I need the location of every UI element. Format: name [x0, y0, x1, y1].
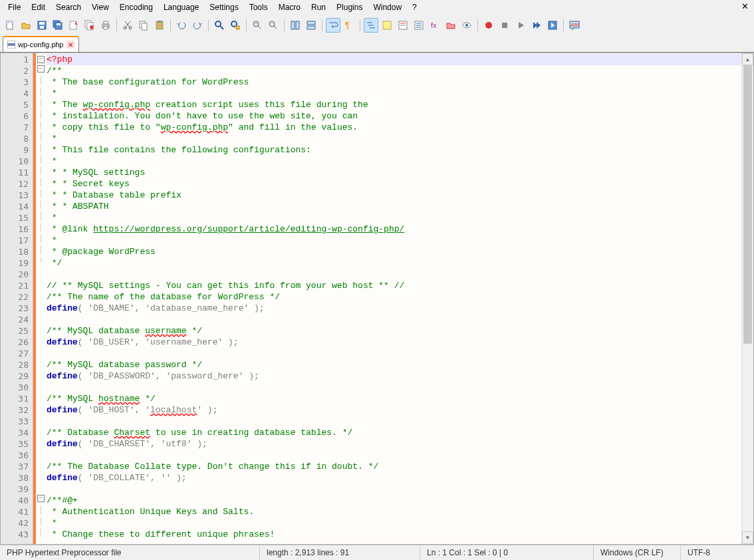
svg-rect-4 [40, 26, 44, 29]
svg-text:ABC: ABC [570, 22, 580, 28]
function-list-icon[interactable]: fx [428, 18, 442, 33]
menu-language[interactable]: Language [158, 1, 204, 13]
play-multi-icon[interactable] [529, 18, 544, 33]
svg-point-50 [485, 22, 492, 29]
toolbar-separator [284, 19, 285, 31]
undo-icon[interactable] [174, 18, 189, 33]
svg-rect-56 [7, 43, 15, 46]
folder-workspace-icon[interactable] [443, 18, 458, 33]
save-all-icon[interactable] [51, 18, 65, 33]
menu-plugins[interactable]: Plugins [331, 1, 368, 13]
status-bar: PHP Hypertext Preprocessor file length :… [0, 545, 754, 560]
redo-icon[interactable] [190, 18, 205, 33]
svg-rect-18 [142, 23, 147, 30]
save-icon[interactable] [35, 18, 49, 33]
svg-line-29 [274, 26, 277, 29]
doc-list-icon[interactable] [412, 18, 426, 33]
svg-rect-32 [296, 21, 299, 29]
menu-search[interactable]: Search [51, 1, 86, 13]
cut-icon[interactable] [120, 18, 135, 33]
menu-settings[interactable]: Settings [204, 1, 243, 13]
svg-rect-7 [57, 23, 61, 25]
svg-point-11 [90, 25, 94, 29]
svg-line-26 [258, 26, 261, 29]
svg-rect-39 [383, 21, 391, 29]
tab-label: wp-config.php [18, 41, 64, 49]
paste-icon[interactable] [152, 18, 167, 33]
copy-icon[interactable] [136, 18, 151, 33]
status-filetype: PHP Hypertext Preprocessor file [0, 545, 260, 560]
toolbar-separator [563, 19, 564, 31]
svg-rect-24 [236, 26, 239, 29]
menu-file[interactable]: File [3, 1, 26, 13]
replace-icon[interactable] [228, 18, 243, 33]
svg-line-22 [220, 26, 223, 29]
toolbar-separator [477, 19, 478, 31]
udl-icon[interactable] [380, 18, 394, 33]
toolbar-separator [208, 19, 209, 31]
play-macro-icon[interactable] [513, 18, 528, 33]
toolbar-separator [170, 19, 171, 31]
line-number-gutter: 1234567891011121314151617181920212223242… [1, 53, 33, 544]
menu-run[interactable]: Run [306, 1, 331, 13]
svg-text:¶: ¶ [345, 21, 349, 30]
svg-rect-51 [502, 23, 507, 28]
toolbar-separator [246, 19, 247, 31]
print-icon[interactable] [98, 18, 113, 33]
sync-h-icon[interactable] [304, 18, 318, 33]
wordwrap-icon[interactable] [326, 18, 340, 33]
svg-rect-33 [307, 21, 315, 25]
menubar: FileEditSearchViewEncodingLanguageSettin… [0, 0, 754, 15]
code-area[interactable]: <?php/** * The base configuration for Wo… [45, 53, 741, 544]
menu-view[interactable]: View [86, 1, 114, 13]
svg-rect-14 [104, 27, 108, 29]
toolbar-separator [322, 19, 322, 31]
status-eol[interactable]: Windows (CR LF) [594, 545, 681, 560]
toolbar-separator [360, 19, 360, 31]
status-encoding[interactable]: UTF-8 [681, 545, 754, 560]
close-file-icon[interactable] [66, 18, 81, 33]
indent-guide-icon[interactable] [364, 18, 378, 33]
toolbar-separator [116, 19, 117, 31]
close-all-icon[interactable] [82, 18, 97, 33]
svg-rect-13 [104, 21, 108, 24]
menu-encoding[interactable]: Encoding [114, 1, 158, 13]
svg-rect-31 [291, 21, 295, 29]
svg-point-21 [215, 21, 221, 27]
stop-macro-icon[interactable] [497, 18, 512, 33]
spellcheck-icon[interactable]: ABC [567, 18, 582, 33]
open-file-icon[interactable] [19, 18, 33, 33]
svg-text:−: − [271, 21, 273, 26]
scroll-thumb[interactable] [743, 65, 752, 344]
menu-help[interactable]: ? [407, 1, 422, 13]
vertical-scrollbar[interactable]: ▲ ▼ [741, 53, 753, 544]
tab-bar: wp-config.php ✕ [0, 36, 754, 53]
zoom-in-icon[interactable]: + [250, 18, 265, 33]
svg-point-49 [465, 24, 468, 27]
monitor-icon[interactable] [459, 18, 474, 33]
fold-column[interactable]: −−││││││││││││││││└ −│││ [36, 53, 45, 544]
close-icon[interactable]: ✕ [741, 1, 749, 11]
tab-wp-config[interactable]: wp-config.php ✕ [3, 36, 79, 52]
zoom-out-icon[interactable]: − [266, 18, 281, 33]
find-icon[interactable] [212, 18, 227, 33]
menu-edit[interactable]: Edit [26, 1, 51, 13]
status-length: length : 2,913 lines : 91 [260, 545, 420, 560]
record-macro-icon[interactable] [481, 18, 496, 33]
save-macro-icon[interactable] [545, 18, 560, 33]
doc-map-icon[interactable] [396, 18, 410, 33]
new-file-icon[interactable] [3, 18, 17, 33]
editor[interactable]: 1234567891011121314151617181920212223242… [0, 53, 754, 545]
show-all-chars-icon[interactable]: ¶ [342, 18, 356, 33]
status-position: Ln : 1 Col : 1 Sel : 0 | 0 [420, 545, 594, 560]
svg-rect-20 [158, 21, 162, 23]
menu-window[interactable]: Window [368, 1, 407, 13]
svg-text:+: + [255, 21, 257, 26]
sync-v-icon[interactable] [288, 18, 303, 33]
scroll-down-icon[interactable]: ▼ [742, 531, 753, 544]
menu-macro[interactable]: Macro [273, 1, 306, 13]
menu-tools[interactable]: Tools [244, 1, 273, 13]
php-file-icon [7, 41, 15, 49]
tab-close-icon[interactable]: ✕ [66, 41, 74, 49]
svg-rect-34 [307, 26, 315, 29]
